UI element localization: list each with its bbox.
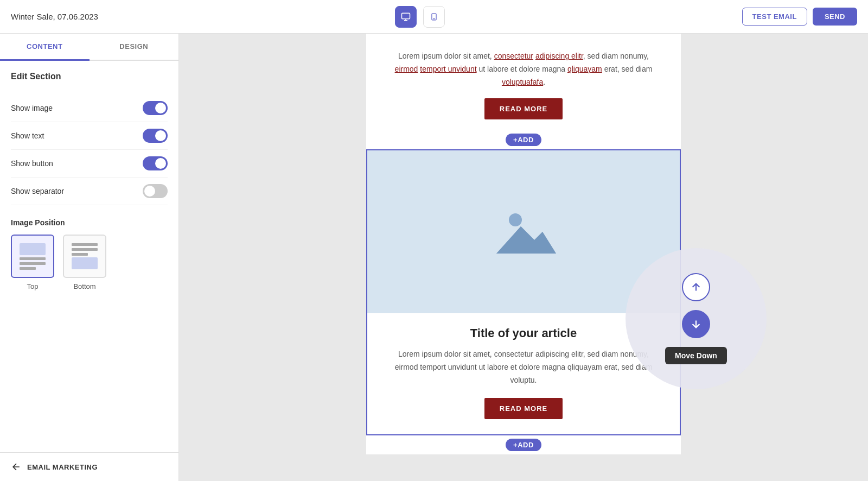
position-bottom-option[interactable]: Bottom (63, 235, 106, 290)
svg-rect-0 (402, 13, 410, 19)
position-options: Top Bottom (11, 235, 168, 290)
show-separator-toggle[interactable] (143, 184, 168, 198)
email-marketing-link[interactable]: EMAIL MARKETING (0, 452, 178, 481)
mobile-view-btn[interactable] (423, 6, 445, 28)
svg-point-2 (434, 18, 435, 18)
show-separator-slider (143, 184, 168, 198)
canvas-scroll: Lorem ipsum dolor sit amet, consectetur … (179, 34, 868, 454)
selected-section: Title of your article Lorem ipsum dolor … (366, 149, 681, 435)
desktop-view-btn[interactable] (395, 6, 417, 28)
show-text-toggle[interactable] (143, 129, 168, 143)
tab-design[interactable]: DESIGN (90, 34, 179, 60)
test-email-button[interactable]: TEST EMAIL (742, 8, 807, 26)
show-text-slider (143, 129, 168, 143)
svg-rect-6 (20, 267, 36, 270)
topbar-actions: TEST EMAIL SEND (742, 8, 857, 26)
topbar: Winter Sale, 07.06.2023 TEST EMAIL SEND (0, 0, 868, 34)
move-up-btn[interactable] (682, 273, 710, 301)
position-top-box (11, 235, 54, 278)
move-down-btn[interactable] (682, 310, 710, 338)
toggle-row-show-button: Show button (11, 150, 168, 178)
campaign-title: Winter Sale, 07.06.2023 (11, 12, 98, 21)
article-title: Title of your article (389, 326, 658, 340)
section-title: Edit Section (11, 72, 168, 81)
svg-rect-4 (20, 257, 46, 260)
sidebar-content: Edit Section Show image Show text Show b… (0, 61, 178, 452)
back-arrow-icon (11, 461, 22, 472)
position-bottom-label: Bottom (73, 282, 95, 290)
view-toggle (395, 6, 445, 28)
svg-rect-3 (20, 243, 46, 255)
show-button-toggle[interactable] (143, 156, 168, 170)
svg-rect-10 (72, 257, 98, 269)
add-row-top: +ADD (366, 130, 681, 149)
above-read-more-btn[interactable]: READ MORE (484, 98, 563, 119)
main-layout: CONTENT DESIGN Edit Section Show image S… (0, 34, 868, 481)
toggle-row-show-text: Show text (11, 122, 168, 150)
add-row-bottom: +ADD (366, 435, 681, 454)
image-position-section: Image Position Top (11, 218, 168, 290)
show-image-label: Show image (11, 104, 53, 112)
image-position-label: Image Position (11, 218, 168, 227)
svg-rect-8 (72, 248, 98, 251)
position-top-label: Top (27, 282, 39, 290)
show-button-label: Show button (11, 159, 53, 168)
svg-marker-13 (496, 226, 556, 254)
add-section-top-btn[interactable]: +ADD (506, 134, 541, 146)
svg-rect-7 (72, 243, 98, 246)
position-bottom-box (63, 235, 106, 278)
send-button[interactable]: SEND (813, 8, 857, 26)
email-wrapper: Lorem ipsum dolor sit amet, consectetur … (366, 34, 681, 454)
show-image-toggle[interactable] (143, 101, 168, 115)
show-text-label: Show text (11, 131, 44, 140)
above-section: Lorem ipsum dolor sit amet, consectetur … (366, 34, 681, 130)
sidebar: CONTENT DESIGN Edit Section Show image S… (0, 34, 179, 481)
svg-rect-9 (72, 253, 88, 256)
show-separator-label: Show separator (11, 187, 64, 195)
move-overlay: Move Down (626, 248, 767, 389)
toggle-row-show-image: Show image (11, 94, 168, 122)
email-marketing-label: EMAIL MARKETING (27, 463, 98, 471)
toggle-row-show-separator: Show separator (11, 178, 168, 205)
tab-content[interactable]: CONTENT (0, 34, 90, 61)
image-placeholder-icon (491, 205, 556, 259)
show-button-slider (143, 156, 168, 170)
arrow-up-icon (690, 281, 702, 293)
add-section-bottom-btn[interactable]: +ADD (506, 439, 541, 451)
svg-point-11 (509, 213, 522, 226)
above-text: Lorem ipsum dolor sit amet, consectetur … (388, 50, 659, 88)
move-down-tooltip: Move Down (665, 347, 727, 364)
svg-rect-5 (20, 262, 46, 265)
show-image-slider (143, 101, 168, 115)
canvas-area: Lorem ipsum dolor sit amet, consectetur … (179, 34, 868, 481)
article-text: Lorem ipsum dolor sit amet, consectetur … (389, 348, 658, 387)
article-read-more-btn[interactable]: READ MORE (484, 398, 563, 419)
sidebar-tabs: CONTENT DESIGN (0, 34, 178, 61)
position-top-option[interactable]: Top (11, 235, 54, 290)
arrow-down-icon (690, 318, 702, 330)
